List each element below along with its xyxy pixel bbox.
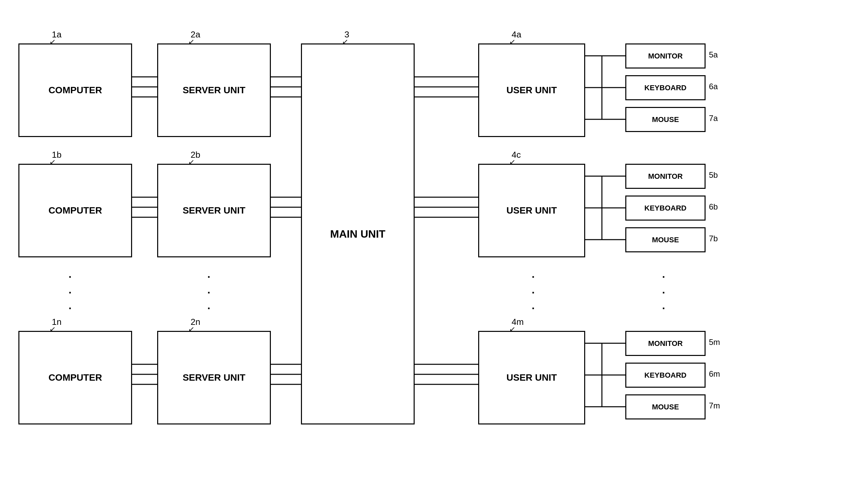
ref-7b: 7b [709, 234, 718, 243]
server-b-box: SERVER UNIT [157, 164, 271, 257]
ref-6b: 6b [709, 202, 718, 212]
tick-2a: ↙ [188, 37, 194, 46]
monitor-m-box: MONITOR [625, 331, 706, 356]
main-unit-box: MAIN UNIT [301, 43, 415, 425]
server-a-box: SERVER UNIT [157, 43, 271, 137]
keyboard-m-box: KEYBOARD [625, 363, 706, 388]
computer-b-box: COMPUTER [18, 164, 132, 257]
tick-1b: ↙ [50, 158, 55, 166]
keyboard-b-label: KEYBOARD [644, 204, 687, 213]
mouse-a-label: MOUSE [652, 115, 679, 124]
server-b-label: SERVER UNIT [182, 205, 245, 216]
mouse-m-label: MOUSE [652, 403, 679, 411]
tick-4c: ↙ [509, 158, 515, 166]
monitor-b-box: MONITOR [625, 164, 706, 189]
tick-4a: ↙ [509, 37, 515, 46]
monitor-a-label: MONITOR [648, 52, 683, 60]
keyboard-a-label: KEYBOARD [644, 84, 687, 92]
ref-6m: 6m [709, 369, 720, 379]
tick-2n: ↙ [188, 325, 194, 334]
user-unit-a-box: USER UNIT [478, 43, 585, 137]
tick-3: ↙ [342, 37, 348, 46]
dots-computers: · · · [69, 271, 72, 314]
mouse-b-label: MOUSE [652, 236, 679, 244]
ref-5m: 5m [709, 338, 720, 347]
tick-2b: ↙ [188, 158, 194, 166]
dots-servers: · · · [207, 271, 210, 314]
dots-peripherals: · · · [662, 271, 665, 314]
monitor-b-label: MONITOR [648, 172, 683, 181]
dots-users: · · · [532, 271, 535, 314]
keyboard-m-label: KEYBOARD [644, 371, 687, 380]
monitor-m-label: MONITOR [648, 339, 683, 348]
tick-1a: ↙ [50, 37, 55, 46]
ref-5a: 5a [709, 50, 718, 59]
tick-4m: ↙ [509, 325, 515, 334]
mouse-m-box: MOUSE [625, 394, 706, 419]
ref-5b: 5b [709, 170, 718, 180]
server-n-label: SERVER UNIT [182, 372, 245, 383]
computer-a-label: COMPUTER [49, 85, 102, 95]
diagram: COMPUTER 1a ↙ COMPUTER 1b ↙ COMPUTER 1n … [0, 0, 845, 504]
keyboard-b-box: KEYBOARD [625, 196, 706, 220]
computer-n-box: COMPUTER [18, 331, 132, 425]
keyboard-a-box: KEYBOARD [625, 75, 706, 100]
tick-1n: ↙ [50, 325, 55, 334]
computer-b-label: COMPUTER [49, 205, 102, 216]
mouse-b-box: MOUSE [625, 227, 706, 252]
ref-7m: 7m [709, 401, 720, 410]
main-unit-label: MAIN UNIT [330, 228, 385, 240]
mouse-a-box: MOUSE [625, 107, 706, 132]
computer-n-label: COMPUTER [49, 372, 102, 383]
user-unit-c-label: USER UNIT [507, 205, 557, 216]
server-n-box: SERVER UNIT [157, 331, 271, 425]
server-a-label: SERVER UNIT [182, 85, 245, 95]
computer-a-box: COMPUTER [18, 43, 132, 137]
ref-6a: 6a [709, 82, 718, 91]
user-unit-a-label: USER UNIT [507, 85, 557, 95]
monitor-a-box: MONITOR [625, 43, 706, 69]
ref-7a: 7a [709, 114, 718, 123]
user-unit-m-box: USER UNIT [478, 331, 585, 425]
user-unit-m-label: USER UNIT [507, 372, 557, 383]
user-unit-c-box: USER UNIT [478, 164, 585, 257]
